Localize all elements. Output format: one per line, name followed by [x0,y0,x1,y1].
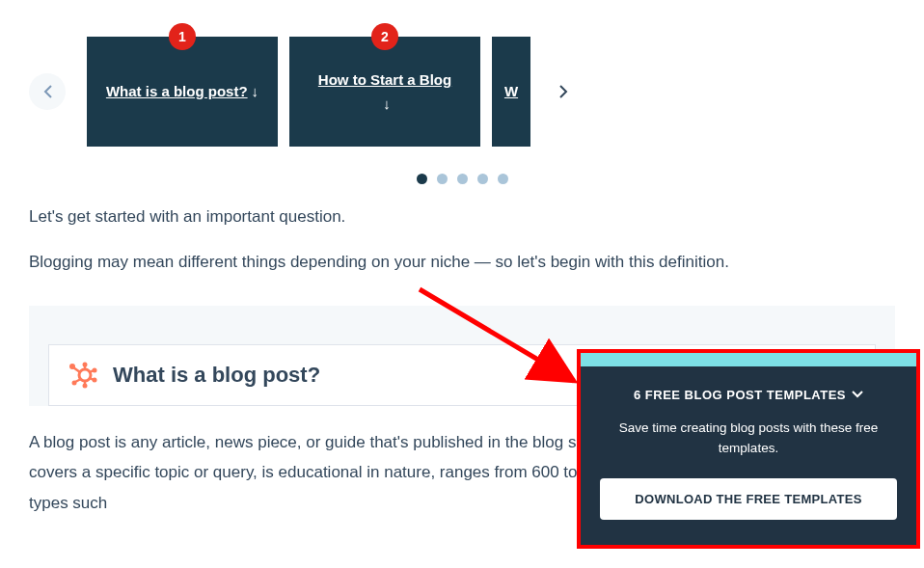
carousel-next-button[interactable] [545,73,582,110]
carousel-dot[interactable] [437,174,448,184]
carousel-card-title: How to Start a Blog↓ [307,68,463,117]
carousel-dot[interactable] [457,174,468,184]
intro-content: Let's get started with an important ques… [0,184,924,277]
carousel-prev-button[interactable] [29,73,66,110]
hubspot-sprocket-icon [68,361,97,390]
section-heading-title: What is a blog post? [113,363,320,388]
intro-paragraph: Blogging may mean different things depen… [29,249,895,277]
svg-line-12 [73,367,80,372]
popup-subtitle: Save time creating blog posts with these… [608,418,889,459]
carousel-card-title: What is a blog post?↓ [95,79,270,104]
carousel-card-2[interactable]: 2 How to Start a Blog↓ [289,37,480,147]
svg-line-11 [75,379,81,382]
popup-accent-stripe [581,353,916,366]
carousel-dots [29,174,895,184]
carousel-card-1[interactable]: 1 What is a blog post?↓ [87,37,278,147]
carousel-track: 1 What is a blog post?↓ 2 How to Start a… [29,29,895,154]
chevron-right-icon [559,85,568,98]
annotation-badge: 1 [169,23,196,50]
intro-paragraph: Let's get started with an important ques… [29,203,895,231]
carousel-dot[interactable] [498,174,508,184]
chevron-down-icon [852,391,863,398]
chevron-left-icon [43,85,52,98]
carousel: 1 What is a blog post?↓ 2 How to Start a… [0,0,924,184]
annotation-badge: 2 [371,23,398,50]
carousel-card-title: W [493,79,530,104]
carousel-dot[interactable] [417,174,427,184]
cta-popup: 6 FREE BLOG POST TEMPLATES Save time cre… [577,349,920,549]
download-button[interactable]: DOWNLOAD THE FREE TEMPLATES [600,478,897,520]
carousel-dot[interactable] [477,174,488,184]
popup-title[interactable]: 6 FREE BLOG POST TEMPLATES [600,388,897,402]
carousel-card-3-partial[interactable]: W [492,37,530,147]
